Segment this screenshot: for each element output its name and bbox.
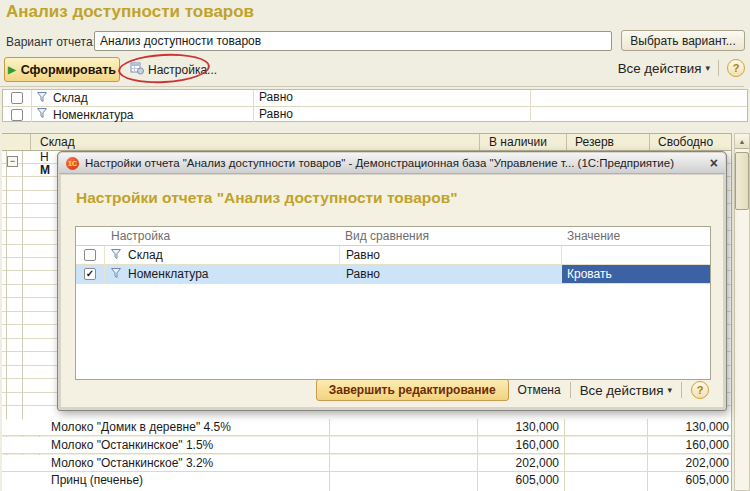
page-title: Анализ доступности товаров <box>6 2 254 22</box>
product-name: Принц (печенье) <box>51 472 456 488</box>
finish-editing-button[interactable]: Завершить редактирование <box>316 379 509 401</box>
app-window: Анализ доступности товаров Вариант отчет… <box>0 0 750 491</box>
all-actions-button[interactable]: Все действия ▾ <box>618 61 710 76</box>
settings-dialog: 1С Настройки отчета "Анализ доступности … <box>57 151 727 411</box>
group-label: М <box>40 164 50 177</box>
product-name: Молоко "Останкинское" 1.5% <box>51 437 456 453</box>
filter-row-nomenklatura[interactable]: Номенклатура Равно <box>3 106 747 122</box>
in-stock-value: 130,000 <box>479 419 559 435</box>
toolbar-separator <box>0 86 744 87</box>
free-value: 160,000 <box>649 437 729 453</box>
in-stock-value: 160,000 <box>479 437 559 453</box>
settings-row-nomenklatura[interactable]: ✓ Номенклатура Равно Кровать <box>76 265 710 284</box>
cancel-button[interactable]: Отмена <box>518 383 561 397</box>
column-header-rezerv[interactable]: Резерв <box>566 134 649 150</box>
report-header-row: Склад В наличии Резерв Свободно <box>2 133 731 151</box>
table-row[interactable]: Молоко "Останкинское" 3.2% 202,000 202,0… <box>2 455 731 472</box>
1c-logo-icon: 1С <box>66 157 79 170</box>
dialog-body: Настройки отчета "Анализ доступности тов… <box>61 175 723 407</box>
footer-divider <box>570 382 571 398</box>
funnel-icon <box>110 267 122 282</box>
filter-row-sklad[interactable]: Склад Равно <box>3 90 747 106</box>
dialog-all-actions-button[interactable]: Все действия ▾ <box>580 383 672 398</box>
setting-comparison[interactable]: Равно <box>339 265 561 283</box>
table-row[interactable]: Молоко "Домик в деревне" 4.5% 130,000 13… <box>2 419 731 436</box>
grid-line <box>329 419 330 491</box>
column-header-nastroyka[interactable]: Настройка <box>111 227 170 245</box>
filter-comparison: Равно <box>253 90 530 106</box>
product-name: Молоко "Домик в деревне" 4.5% <box>51 419 456 435</box>
generate-button[interactable]: ▶ Сформировать <box>4 57 120 82</box>
dialog-heading: Настройки отчета "Анализ доступности тов… <box>76 189 458 207</box>
grid-line <box>477 419 478 491</box>
help-button[interactable]: ? <box>727 59 745 77</box>
settings-table: Настройка Вид сравнения Значение Склад Р… <box>75 226 711 380</box>
variant-input[interactable]: Анализ доступности товаров <box>94 31 612 51</box>
setting-checkbox-nomenklatura[interactable]: ✓ <box>84 268 96 280</box>
column-header-v-nalichii[interactable]: В наличии <box>479 134 566 150</box>
quick-filter-table: Склад Равно Номенклатура Равно <box>2 89 748 122</box>
filter-comparison: Равно <box>253 107 530 122</box>
funnel-icon <box>110 248 122 263</box>
filter-checkbox-sklad[interactable] <box>11 92 23 104</box>
column-header-svobodno[interactable]: Свободно <box>649 134 733 150</box>
settings-row-sklad[interactable]: Склад Равно <box>76 246 710 265</box>
free-value: 202,000 <box>649 455 729 471</box>
funnel-icon <box>36 107 48 122</box>
setting-name: Номенклатура <box>128 267 209 281</box>
filter-value[interactable] <box>530 107 747 122</box>
annotation-ellipse <box>117 52 210 86</box>
filter-name: Номенклатура <box>53 108 134 122</box>
in-stock-value: 202,000 <box>479 455 559 471</box>
grid-line <box>564 419 565 491</box>
collapse-group-button[interactable]: − <box>7 156 18 167</box>
chevron-down-icon: ▾ <box>667 385 672 395</box>
vertical-scrollbar[interactable]: ▲ <box>734 133 750 491</box>
filter-value[interactable] <box>530 90 747 106</box>
setting-checkbox-sklad[interactable] <box>84 249 96 261</box>
dialog-titlebar[interactable]: 1С Настройки отчета "Анализ доступности … <box>59 153 725 174</box>
in-stock-value: 605,000 <box>479 472 559 488</box>
table-row[interactable]: Принц (печенье) 605,000 605,000 <box>2 472 731 489</box>
free-value: 130,000 <box>649 419 729 435</box>
generate-label: Сформировать <box>21 63 116 77</box>
choose-variant-button[interactable]: Выбрать вариант... <box>621 30 745 51</box>
grid-line <box>647 419 648 491</box>
scrollbar-thumb[interactable] <box>735 152 749 210</box>
footer-divider <box>681 382 682 398</box>
dialog-title: Настройки отчета "Анализ доступности тов… <box>85 157 704 169</box>
column-header-vid-sravneniya[interactable]: Вид сравнения <box>345 227 429 245</box>
setting-comparison[interactable]: Равно <box>339 246 561 264</box>
setting-name: Склад <box>128 248 163 262</box>
close-icon[interactable]: × <box>710 156 718 170</box>
product-name: Молоко "Останкинское" 3.2% <box>51 455 456 471</box>
free-value: 605,000 <box>649 472 729 488</box>
table-row[interactable]: Молоко "Останкинское" 1.5% 160,000 160,0… <box>2 437 731 454</box>
chevron-down-icon: ▾ <box>705 63 710 73</box>
variant-label: Вариант отчета: <box>6 35 96 49</box>
all-actions-label: Все действия <box>618 61 702 76</box>
variant-input-value: Анализ доступности товаров <box>100 34 261 48</box>
setting-value-selected[interactable]: Кровать <box>561 265 710 283</box>
toolbar-divider <box>718 60 719 76</box>
column-header-sklad[interactable]: Склад <box>30 134 479 150</box>
dialog-help-button[interactable]: ? <box>691 381 709 399</box>
all-actions-label: Все действия <box>580 383 664 398</box>
play-icon: ▶ <box>8 64 16 75</box>
funnel-icon <box>36 91 48 106</box>
filter-checkbox-nomenklatura[interactable] <box>11 109 23 121</box>
column-header-znachenie[interactable]: Значение <box>567 227 620 245</box>
grid-line <box>731 133 732 491</box>
setting-value[interactable] <box>561 246 710 264</box>
scroll-up-button[interactable]: ▲ <box>735 134 749 149</box>
filter-name: Склад <box>53 91 88 105</box>
settings-table-header: Настройка Вид сравнения Значение <box>76 227 710 246</box>
